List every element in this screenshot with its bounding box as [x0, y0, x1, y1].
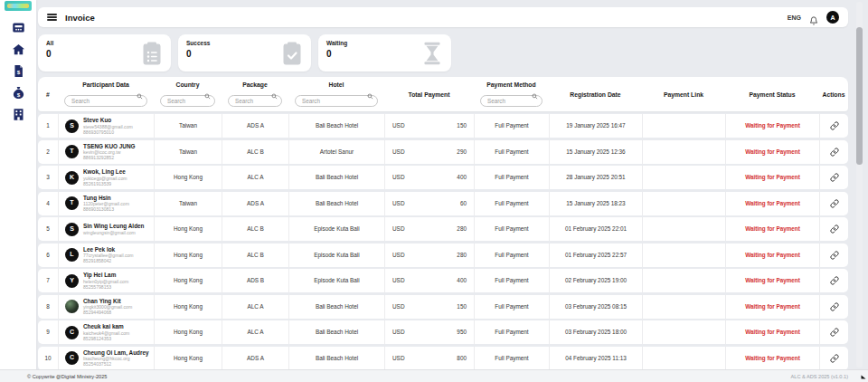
registration-date-cell: 28 January 2025 20:51: [549, 166, 642, 189]
payment-status-badge: Waiting for Payment: [745, 329, 800, 336]
copy-payment-link-button[interactable]: [829, 173, 839, 183]
sidebar-item-invoice[interactable]: $: [12, 64, 25, 78]
participant-phone: 85261913539: [83, 181, 127, 186]
country-cell: Hong Kong: [154, 244, 222, 267]
payment-link-cell: [642, 244, 725, 267]
participant-cell: S Sin Wing Leung Alden wingleungsin@gmai…: [58, 217, 154, 241]
package-cell: ALC B: [222, 140, 288, 164]
copy-payment-link-button[interactable]: [829, 224, 839, 234]
participant-cell: Chan Ying Kit yingkit3000@gmail.com 8529…: [58, 295, 154, 319]
registration-date-cell: 03 February 2025 18:00: [549, 320, 642, 344]
total-payment-cell: USD 150: [384, 114, 474, 138]
participant-name: Steve Kuo: [83, 117, 133, 124]
payment-method-cell: Full Payment: [474, 295, 549, 319]
table-row: 8 Chan Ying Kit yingkit3000@gmail.com 85…: [38, 295, 848, 319]
row-number: 8: [38, 295, 58, 319]
link-icon: [830, 199, 839, 208]
copy-payment-link-button[interactable]: [829, 328, 839, 338]
table-row: 9 C Cheuk kai kam kaicheuk4@gmail.com 85…: [38, 320, 848, 344]
footer: © Copywrite @Digital Ministry-2025 ALC &…: [0, 369, 868, 382]
participant-avatar: S: [65, 119, 79, 133]
participant-search-input[interactable]: [64, 95, 147, 107]
table-row: 1 S Steve Kuo steve54388@gmail.com 88693…: [38, 114, 848, 138]
notification-bell-icon[interactable]: [809, 13, 818, 22]
payment-link-cell: [642, 114, 725, 138]
main-content: Invoice ENG A All 0 Success 0 Waiting 0: [38, 7, 848, 372]
participant-cell: K Kwok, Ling Lee yukicegp@gmail.com 8526…: [58, 166, 154, 189]
copy-payment-link-button[interactable]: [829, 353, 839, 363]
payment-status-badge: Waiting for Payment: [745, 252, 800, 259]
registration-date-cell: 15 January 2025 18:23: [549, 192, 642, 215]
clipboard-list-icon: [141, 42, 163, 65]
participant-avatar: [65, 300, 79, 313]
copy-payment-link-button[interactable]: [829, 198, 839, 208]
participant-phone: 886913292852: [83, 155, 136, 160]
invoice-document-icon: $: [12, 64, 25, 78]
payment-status-badge: Waiting for Payment: [745, 303, 800, 310]
package-cell: ADS A: [222, 192, 288, 215]
hotel-cell: Bali Beach Hotel: [288, 347, 384, 370]
menu-toggle-button[interactable]: [47, 14, 57, 21]
copy-payment-link-button[interactable]: [829, 276, 839, 286]
language-selector[interactable]: ENG: [788, 14, 801, 21]
currency: USD: [392, 148, 405, 156]
participant-cell: S Steve Kuo steve54388@gmail.com 8869307…: [58, 114, 154, 138]
country-search-input[interactable]: [160, 95, 215, 107]
country-cell: Hong Kong: [154, 166, 222, 189]
payment-link-cell: [642, 217, 725, 241]
stat-card-all: All 0: [38, 34, 171, 72]
payment-link-cell: [642, 140, 725, 164]
package-search-input[interactable]: [228, 95, 282, 107]
hotel-cell: Episode Kuta Bali: [288, 217, 384, 241]
amount: 150: [457, 303, 467, 310]
payment-status-badge: Waiting for Payment: [745, 174, 800, 181]
sidebar: $ $: [0, 0, 36, 382]
scroll-corner-arrow[interactable]: [862, 376, 866, 379]
payment-link-cell: [642, 192, 725, 215]
total-payment-cell: USD 280: [384, 217, 474, 241]
sidebar-item-money-bag[interactable]: $: [12, 86, 25, 100]
sidebar-item-home[interactable]: [12, 43, 25, 56]
scrollbar-thumb[interactable]: [856, 27, 863, 165]
participant-name: Tung Hsin: [83, 195, 129, 202]
copy-payment-link-button[interactable]: [829, 121, 839, 131]
registration-date-cell: 19 January 2025 16:47: [549, 114, 642, 138]
hotel-search-input[interactable]: [295, 95, 378, 107]
column-header-registration-date: Registration Date: [570, 91, 620, 98]
amount: 400: [457, 277, 467, 284]
participant-avatar: C: [65, 351, 79, 365]
row-number: 7: [38, 269, 58, 292]
sidebar-item-card-terminal[interactable]: [12, 21, 25, 34]
copy-payment-link-button[interactable]: [829, 250, 839, 260]
payment-method-cell: Full Payment: [474, 166, 549, 189]
participant-cell: L Lee Pek lok 77crystallee@gmail.com 852…: [58, 244, 154, 267]
participant-phone: 85298124353: [83, 336, 129, 341]
amount: 280: [457, 252, 467, 259]
participant-email: helen0yip@gmail.com: [83, 279, 128, 284]
package-cell: ALC B: [222, 244, 288, 267]
copy-payment-link-button[interactable]: [829, 147, 839, 157]
participant-email: yukicegp@gmail.com: [83, 176, 127, 181]
copy-payment-link-button[interactable]: [829, 301, 839, 311]
sidebar-item-building[interactable]: [12, 108, 25, 121]
total-payment-cell: USD 280: [384, 244, 474, 267]
participant-name: Yip Hei Lam: [83, 272, 128, 279]
table-row: 7 Y Yip Hei Lam helen0yip@gmail.com 8525…: [38, 269, 848, 292]
amount: 800: [457, 355, 467, 362]
copyright-text: © Copywrite @Digital Ministry-2025: [27, 374, 107, 379]
row-number: 1: [38, 114, 58, 138]
payment-method-search-input[interactable]: [480, 95, 542, 107]
row-number: 2: [38, 140, 58, 164]
payment-status-badge: Waiting for Payment: [745, 200, 800, 207]
currency: USD: [392, 252, 405, 259]
card-terminal-icon: [12, 21, 25, 34]
row-number: 5: [38, 217, 58, 241]
payment-link-cell: [642, 320, 725, 344]
payment-status-badge: Waiting for Payment: [745, 148, 800, 156]
link-icon: [830, 173, 839, 182]
user-avatar[interactable]: A: [826, 11, 839, 24]
building-icon: [12, 108, 25, 121]
participant-phone: 85254037512: [83, 361, 149, 367]
payment-method-cell: Full Payment: [474, 244, 549, 267]
link-icon: [830, 251, 839, 260]
